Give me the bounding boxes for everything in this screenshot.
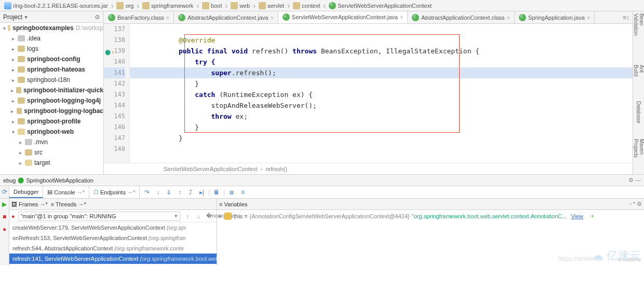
add-watch-icon[interactable]: ＋ (589, 212, 595, 220)
editor-area: BeanFactory.class×AbstractApplicationCon… (104, 11, 633, 174)
tree-item[interactable]: ▸springboot-config (0, 54, 103, 64)
run-to-cursor-icon[interactable]: ▸| (197, 188, 206, 196)
line-number[interactable]: 147 (104, 133, 125, 144)
line-number[interactable]: 144 (104, 100, 125, 111)
tree-item[interactable]: ▸src (0, 147, 103, 158)
expand-icon[interactable]: ▸ (219, 213, 222, 219)
close-icon[interactable]: × (400, 14, 403, 20)
step-into-icon[interactable]: ↓ (154, 188, 162, 196)
prev-frame-icon[interactable]: ↑ (183, 213, 192, 219)
folder-icon (25, 149, 32, 156)
close-icon[interactable]: × (587, 15, 590, 21)
implements-icon[interactable]: ↑ (111, 47, 114, 58)
run-config-name[interactable]: SpringbootWebApplication (26, 177, 93, 184)
tool-database[interactable]: Database (636, 101, 641, 123)
vars-settings-icon[interactable]: →* ⚙ (627, 201, 642, 207)
tree-item[interactable]: ▸springboot-logging-log4j (0, 95, 103, 106)
var-name: this = (234, 213, 248, 219)
editor-tab[interactable]: BeanFactory.class× (104, 11, 174, 23)
editor-breadcrumb: ServletWebServerApplicationContext›refre… (104, 163, 633, 174)
stack-frame[interactable]: refresh:544, AbstractApplicationContext … (9, 243, 217, 254)
stack-frame[interactable]: createWebServer:179, ServletWebServerApp… (9, 222, 217, 233)
line-number[interactable]: 145 (104, 111, 125, 122)
close-icon[interactable]: × (166, 15, 169, 21)
line-number[interactable]: 141 (104, 67, 125, 78)
tree-item[interactable]: ▸target (0, 158, 103, 168)
line-number[interactable]: ⬤↑139 (104, 46, 125, 57)
evaluate-icon[interactable]: 🖩 (212, 188, 221, 196)
folder-icon (25, 160, 32, 166)
tree-item[interactable]: ▸springboot-i18n (0, 75, 103, 85)
line-number[interactable]: 140 (104, 57, 125, 67)
force-step-into-icon[interactable]: ⇓ (165, 188, 173, 196)
filter-icon[interactable]: �постриж (206, 213, 214, 219)
drop-frame-icon[interactable]: ⤴ (186, 188, 195, 196)
code-area[interactable]: @Override public final void refresh() th… (130, 24, 633, 163)
line-number[interactable]: 146 (104, 122, 125, 133)
breakpoints-icon[interactable]: ● (3, 226, 6, 233)
stack-frame[interactable]: refresh:747, SpringApplication (org.spri… (9, 264, 217, 265)
tool-maven[interactable]: Maven Projects (633, 139, 645, 175)
editor-tab[interactable]: AbstractApplicationContext.java× (174, 11, 278, 23)
settings-icon[interactable]: ⚙ (95, 13, 100, 21)
tree-item[interactable]: ▸springboot-logging-logbac (0, 106, 103, 116)
line-number[interactable]: 137 (104, 24, 125, 35)
thread-state-icon: ● (11, 213, 15, 219)
stack-frame[interactable]: onRefresh:153, ServletWebServerApplicati… (9, 233, 217, 243)
tab-endpoints[interactable]: ⬡Endpoints→* (89, 186, 140, 198)
bc-pkg[interactable]: boot (200, 2, 224, 9)
step-over-icon[interactable]: ↷ (143, 188, 151, 196)
tree-item[interactable]: ▾springboot-web (0, 127, 103, 137)
folder-icon (25, 139, 32, 145)
bc-jar[interactable]: ring-boot-2.2.1.RELEASE-sources.jar (2, 2, 110, 9)
tree-item[interactable]: ▸springboot-profile (0, 116, 103, 127)
tab-console[interactable]: ▤Console→* (43, 186, 89, 198)
thread-selector[interactable]: "main"@1 in group "main": RUNNING▾ (18, 212, 180, 221)
resume-icon[interactable]: ▶ (2, 201, 7, 208)
tool-ant-build[interactable]: Ant Build (633, 65, 645, 86)
line-number[interactable]: 148 (104, 144, 125, 154)
close-icon[interactable]: × (507, 15, 510, 21)
override-icon[interactable]: ⬤ (105, 47, 111, 58)
variables-tab[interactable]: ≡ Variables (219, 201, 248, 207)
bc-class[interactable]: ServletWebServerApplicationContext (327, 2, 434, 9)
tab-debugger[interactable]: Debugger (9, 186, 43, 198)
tree-item[interactable]: ▸logs (0, 44, 103, 54)
line-number[interactable]: 142 (104, 78, 125, 89)
folder-icon (18, 46, 25, 52)
hide-icon[interactable]: ⚙ — (628, 177, 641, 184)
restart-icon[interactable]: ⟳ (2, 188, 7, 195)
tree-item[interactable]: ▸springboot-hateoas (0, 64, 103, 75)
stop-icon[interactable]: ■ (3, 213, 6, 220)
tree-item[interactable]: ▸.mvn (0, 137, 103, 147)
bc-pkg-org[interactable]: org (114, 2, 136, 9)
editor-tab[interactable]: AbstractApplicationContext.class× (408, 11, 515, 23)
close-icon[interactable]: × (270, 15, 273, 21)
tool-bean-validation[interactable]: Bean Validation (633, 13, 645, 49)
line-number[interactable]: 143 (104, 89, 125, 100)
editor-tab[interactable]: ServletWebServerApplicationContext.java× (278, 11, 408, 23)
editor-body[interactable]: 137138⬤↑139140141142143144145146147148 @… (104, 24, 633, 163)
threads-tab[interactable]: ≡ Threads →* (51, 201, 86, 207)
editor-tab[interactable]: SpringApplication.java× (515, 11, 595, 23)
step-out-icon[interactable]: ↑ (176, 188, 184, 196)
package-icon (259, 2, 266, 9)
trace-icon[interactable]: ≣ (227, 188, 236, 196)
tabs-list-icon[interactable]: ≡↕ (623, 14, 629, 21)
variable-icon (224, 213, 232, 220)
stack-frame[interactable]: refresh:141, ServletWebServerApplication… (9, 254, 217, 264)
bc-pkg[interactable]: springframework (140, 2, 195, 9)
var-string: "org.springframework.boot.web.servlet.co… (412, 213, 567, 219)
line-number[interactable]: 138 (104, 35, 125, 46)
tree-item[interactable]: ▸springboot-initializer-quick (0, 85, 103, 95)
folder-icon (8, 25, 10, 31)
next-frame-icon[interactable]: ↓ (195, 213, 203, 219)
bc-pkg[interactable]: servlet (257, 2, 286, 9)
bc-pkg[interactable]: context (291, 2, 322, 9)
tree-item[interactable]: ▸.idea (0, 33, 103, 44)
bc-pkg[interactable]: web (229, 2, 252, 9)
view-link[interactable]: View (571, 213, 583, 219)
settings-icon[interactable]: ≡ (238, 188, 247, 196)
tree-item[interactable]: ▾springbootexamples D:\worksp (0, 23, 103, 33)
frames-tab[interactable]: 🖼 Frames →* (11, 201, 48, 207)
